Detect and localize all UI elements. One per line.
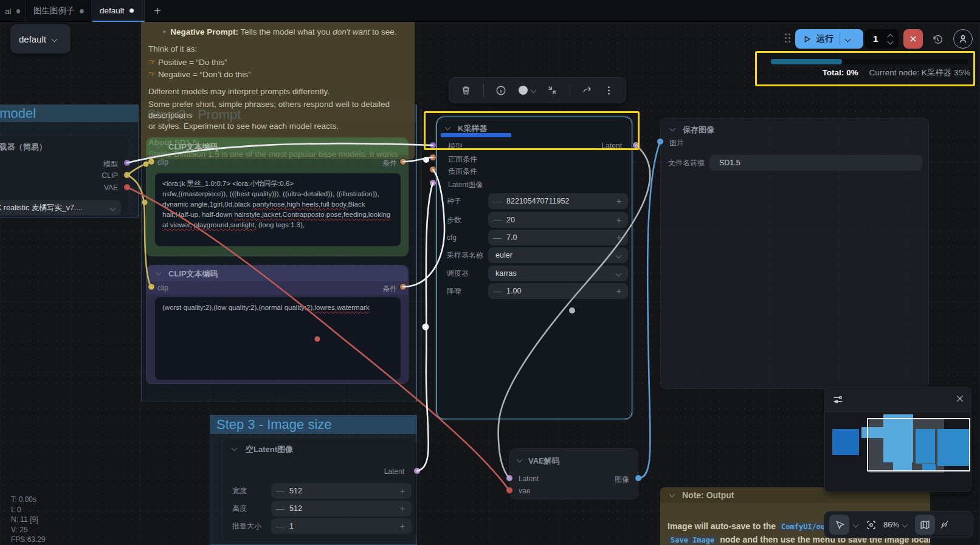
output-socket-vae[interactable] <box>123 183 131 191</box>
node-save-image[interactable]: 保存图像 图片 文件名前缀 SD1.5 <box>660 118 929 389</box>
tab-workflow-2[interactable]: 图生图例子 <box>26 0 92 22</box>
decrement-button[interactable]: — <box>488 233 506 242</box>
node-ksampler[interactable]: K采样器 模型 Latent 正面条件 负面条件 Latent图像 种子 —82… <box>437 117 632 419</box>
output-socket-clip[interactable] <box>123 171 131 179</box>
node-info-button[interactable] <box>495 85 506 96</box>
output-socket-latent[interactable] <box>413 467 421 475</box>
steps-stepper[interactable]: —20+ <box>488 212 628 228</box>
output-socket-cond[interactable] <box>399 283 407 290</box>
decrement-button[interactable]: — <box>488 215 506 225</box>
node-clip-positive[interactable]: CLIP文本编码 clip 条件 <lora:jk 黑丝_1.0:0.7> <l… <box>146 137 409 256</box>
pointer-tool-button[interactable] <box>829 515 849 535</box>
output-socket-cond[interactable] <box>399 158 407 165</box>
tab-workflow-default[interactable]: default <box>92 0 145 22</box>
input-label: Latent <box>519 475 539 483</box>
increment-button[interactable]: + <box>610 233 628 242</box>
collapse-chevron-icon[interactable] <box>232 445 238 451</box>
decrement-button[interactable]: — <box>271 504 289 513</box>
workflow-selector[interactable]: default <box>10 24 71 53</box>
collapse-chevron-icon[interactable] <box>445 125 451 131</box>
toggle-minimap-button[interactable] <box>915 515 935 535</box>
input-socket-clip[interactable] <box>148 283 155 290</box>
user-avatar-button[interactable] <box>953 29 973 49</box>
ckpt-name-combo[interactable]: majicMIX realistic 麦橘写实_v7.... <box>0 200 121 216</box>
increment-button[interactable]: + <box>393 504 412 513</box>
collapse-chevron-icon[interactable] <box>669 492 675 498</box>
minimap-settings-button[interactable] <box>832 394 844 405</box>
batch-count-input[interactable]: 1 <box>864 29 899 49</box>
delete-node-button[interactable] <box>461 85 471 95</box>
workflow-selector-value: default <box>19 34 46 44</box>
collapse-node-button[interactable] <box>547 85 557 95</box>
decrement-button[interactable]: — <box>488 196 506 206</box>
input-socket-latent[interactable] <box>429 179 437 187</box>
input-socket-vae[interactable] <box>506 487 513 494</box>
filename-prefix-field[interactable]: SD1.5 <box>709 155 922 171</box>
increment-button[interactable]: + <box>393 486 412 496</box>
minimap-viewport-rect[interactable] <box>867 418 970 471</box>
tab-label: default <box>100 6 125 15</box>
node-empty-latent[interactable]: 空Latent图像 Latent 宽度 —512+ 高度 —512+ 批量大小 … <box>222 437 417 542</box>
prompt-line: <lora:jk 黑丝_1.0:0.7> <lora:小怡同学:0.6> <box>162 179 393 189</box>
group-image-size-header[interactable]: Step 3 - Image size <box>210 416 416 434</box>
decrement-chevron-icon[interactable] <box>888 39 894 45</box>
input-socket-image[interactable] <box>657 138 664 145</box>
cfg-stepper[interactable]: —7.0+ <box>488 230 628 245</box>
redo-button[interactable] <box>582 85 592 95</box>
decrement-button[interactable]: — <box>271 486 289 496</box>
increment-button[interactable]: + <box>393 521 412 531</box>
output-socket-model[interactable] <box>123 159 131 166</box>
node-titlebar[interactable]: CLIP文本编码 <box>147 138 408 155</box>
height-stepper[interactable]: —512+ <box>271 501 412 516</box>
input-socket-latent[interactable] <box>506 475 513 482</box>
node-titlebar[interactable]: CLIP文本编码 <box>147 266 408 281</box>
input-socket-positive[interactable] <box>429 154 437 161</box>
zoom-level-dropdown[interactable]: 86% <box>883 520 907 529</box>
new-workflow-button[interactable]: + <box>150 3 165 19</box>
prompt-textarea[interactable]: (worst quality:2),(low quality:2),(norma… <box>155 297 401 380</box>
input-socket-negative[interactable] <box>429 166 437 173</box>
input-socket-clip[interactable] <box>148 158 155 165</box>
collapse-chevron-icon[interactable] <box>156 143 162 149</box>
cancel-run-button[interactable] <box>903 29 923 49</box>
sampler-combo[interactable]: euler <box>488 247 628 263</box>
scheduler-combo[interactable]: karras <box>488 266 628 281</box>
prompt-textarea[interactable]: <lora:jk 黑丝_1.0:0.7> <lora:小怡同学:0.6> nsf… <box>155 173 401 246</box>
chevron-down-icon <box>110 205 116 211</box>
node-checkpoint-loader[interactable]: Checkpoint加载器（简易） 模型 CLIP VAE majicMIX r… <box>0 135 129 216</box>
decrement-button[interactable]: — <box>488 286 506 296</box>
input-socket-model[interactable] <box>429 142 437 149</box>
run-options-chevron-icon[interactable] <box>845 36 851 42</box>
width-stepper[interactable]: —512+ <box>271 483 412 499</box>
denoise-stepper[interactable]: —1.00+ <box>488 283 628 299</box>
collapse-chevron-icon[interactable] <box>517 457 523 463</box>
minimap-body[interactable] <box>825 412 971 492</box>
widget-label: 种子 <box>447 193 461 209</box>
more-options-button[interactable]: ⋮ <box>604 84 614 96</box>
trash-icon <box>461 85 471 95</box>
tab-workflow-1[interactable]: al <box>0 0 26 22</box>
chevron-down-icon[interactable] <box>853 522 859 528</box>
drag-handle[interactable] <box>785 33 791 44</box>
increment-button[interactable]: + <box>610 215 628 225</box>
decrement-button[interactable]: — <box>271 521 289 531</box>
minimap-close-button[interactable] <box>955 394 965 403</box>
increment-button[interactable]: + <box>610 286 628 296</box>
collapse-chevron-icon[interactable] <box>156 270 162 276</box>
run-button[interactable]: 运行 <box>795 29 863 49</box>
history-button[interactable] <box>931 33 944 46</box>
increment-button[interactable]: + <box>610 196 628 206</box>
node-clip-negative[interactable]: CLIP文本编码 clip 条件 (worst quality:2),(low … <box>146 265 409 384</box>
output-socket-latent[interactable] <box>632 142 640 149</box>
fit-view-button[interactable] <box>866 519 877 530</box>
group-title-ghost: Step 2 - Prompt <box>147 107 241 123</box>
group-load-model-header[interactable]: Step 1 - Load model <box>0 105 138 122</box>
output-socket-image[interactable] <box>635 475 642 482</box>
node-vae-decode[interactable]: VAE解码 Latent vae 图像 <box>509 448 638 499</box>
collapse-chevron-icon[interactable] <box>670 126 676 132</box>
node-color-button[interactable] <box>519 86 536 95</box>
batch-stepper[interactable]: —1+ <box>271 518 412 534</box>
minimap-panel[interactable] <box>824 387 971 492</box>
seed-stepper[interactable]: —822105470711952+ <box>488 193 628 209</box>
toggle-links-button[interactable] <box>939 519 950 530</box>
